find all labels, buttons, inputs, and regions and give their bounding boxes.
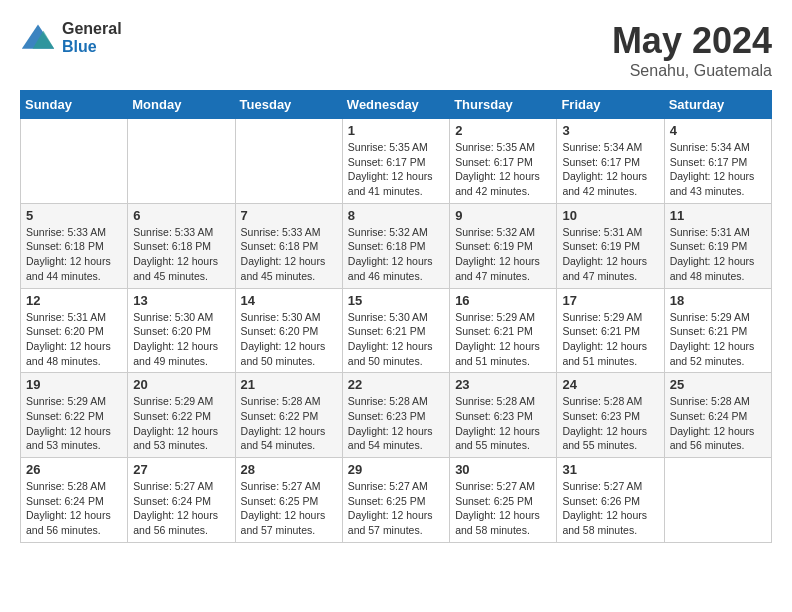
header-thursday: Thursday (450, 91, 557, 119)
header: General Blue May 2024 Senahu, Guatemala (20, 20, 772, 80)
day-number-6: 6 (133, 208, 229, 223)
calendar-cell-w0-d1 (128, 119, 235, 204)
day-number-21: 21 (241, 377, 337, 392)
day-info-1: Sunrise: 5:35 AM Sunset: 6:17 PM Dayligh… (348, 140, 444, 199)
day-number-15: 15 (348, 293, 444, 308)
day-number-25: 25 (670, 377, 766, 392)
day-number-23: 23 (455, 377, 551, 392)
calendar-cell-w1-d4: 9Sunrise: 5:32 AM Sunset: 6:19 PM Daylig… (450, 203, 557, 288)
day-info-17: Sunrise: 5:29 AM Sunset: 6:21 PM Dayligh… (562, 310, 658, 369)
day-info-9: Sunrise: 5:32 AM Sunset: 6:19 PM Dayligh… (455, 225, 551, 284)
day-info-2: Sunrise: 5:35 AM Sunset: 6:17 PM Dayligh… (455, 140, 551, 199)
week-row-0: 1Sunrise: 5:35 AM Sunset: 6:17 PM Daylig… (21, 119, 772, 204)
calendar-cell-w4-d4: 30Sunrise: 5:27 AM Sunset: 6:25 PM Dayli… (450, 458, 557, 543)
day-info-6: Sunrise: 5:33 AM Sunset: 6:18 PM Dayligh… (133, 225, 229, 284)
calendar-cell-w4-d3: 29Sunrise: 5:27 AM Sunset: 6:25 PM Dayli… (342, 458, 449, 543)
day-info-13: Sunrise: 5:30 AM Sunset: 6:20 PM Dayligh… (133, 310, 229, 369)
day-info-20: Sunrise: 5:29 AM Sunset: 6:22 PM Dayligh… (133, 394, 229, 453)
day-number-10: 10 (562, 208, 658, 223)
calendar-cell-w3-d0: 19Sunrise: 5:29 AM Sunset: 6:22 PM Dayli… (21, 373, 128, 458)
calendar-cell-w4-d6 (664, 458, 771, 543)
day-info-25: Sunrise: 5:28 AM Sunset: 6:24 PM Dayligh… (670, 394, 766, 453)
day-info-3: Sunrise: 5:34 AM Sunset: 6:17 PM Dayligh… (562, 140, 658, 199)
logo-general-text: General (62, 20, 122, 38)
calendar-cell-w3-d2: 21Sunrise: 5:28 AM Sunset: 6:22 PM Dayli… (235, 373, 342, 458)
calendar-cell-w2-d4: 16Sunrise: 5:29 AM Sunset: 6:21 PM Dayli… (450, 288, 557, 373)
day-number-14: 14 (241, 293, 337, 308)
day-info-10: Sunrise: 5:31 AM Sunset: 6:19 PM Dayligh… (562, 225, 658, 284)
calendar-cell-w0-d0 (21, 119, 128, 204)
day-info-14: Sunrise: 5:30 AM Sunset: 6:20 PM Dayligh… (241, 310, 337, 369)
calendar-cell-w2-d6: 18Sunrise: 5:29 AM Sunset: 6:21 PM Dayli… (664, 288, 771, 373)
day-info-19: Sunrise: 5:29 AM Sunset: 6:22 PM Dayligh… (26, 394, 122, 453)
day-info-21: Sunrise: 5:28 AM Sunset: 6:22 PM Dayligh… (241, 394, 337, 453)
calendar-cell-w4-d0: 26Sunrise: 5:28 AM Sunset: 6:24 PM Dayli… (21, 458, 128, 543)
day-number-7: 7 (241, 208, 337, 223)
day-number-2: 2 (455, 123, 551, 138)
day-number-30: 30 (455, 462, 551, 477)
header-tuesday: Tuesday (235, 91, 342, 119)
calendar-cell-w3-d6: 25Sunrise: 5:28 AM Sunset: 6:24 PM Dayli… (664, 373, 771, 458)
day-number-4: 4 (670, 123, 766, 138)
calendar-cell-w2-d0: 12Sunrise: 5:31 AM Sunset: 6:20 PM Dayli… (21, 288, 128, 373)
day-number-20: 20 (133, 377, 229, 392)
title-block: May 2024 Senahu, Guatemala (612, 20, 772, 80)
day-number-26: 26 (26, 462, 122, 477)
header-wednesday: Wednesday (342, 91, 449, 119)
calendar-cell-w1-d1: 6Sunrise: 5:33 AM Sunset: 6:18 PM Daylig… (128, 203, 235, 288)
calendar-cell-w1-d0: 5Sunrise: 5:33 AM Sunset: 6:18 PM Daylig… (21, 203, 128, 288)
calendar-cell-w1-d2: 7Sunrise: 5:33 AM Sunset: 6:18 PM Daylig… (235, 203, 342, 288)
calendar-cell-w0-d5: 3Sunrise: 5:34 AM Sunset: 6:17 PM Daylig… (557, 119, 664, 204)
logo: General Blue (20, 20, 122, 56)
calendar-title: May 2024 (612, 20, 772, 62)
header-monday: Monday (128, 91, 235, 119)
day-number-22: 22 (348, 377, 444, 392)
header-sunday: Sunday (21, 91, 128, 119)
day-info-24: Sunrise: 5:28 AM Sunset: 6:23 PM Dayligh… (562, 394, 658, 453)
day-number-24: 24 (562, 377, 658, 392)
logo-icon (20, 20, 56, 56)
day-info-31: Sunrise: 5:27 AM Sunset: 6:26 PM Dayligh… (562, 479, 658, 538)
day-info-16: Sunrise: 5:29 AM Sunset: 6:21 PM Dayligh… (455, 310, 551, 369)
week-row-1: 5Sunrise: 5:33 AM Sunset: 6:18 PM Daylig… (21, 203, 772, 288)
day-number-29: 29 (348, 462, 444, 477)
calendar-cell-w2-d1: 13Sunrise: 5:30 AM Sunset: 6:20 PM Dayli… (128, 288, 235, 373)
calendar-cell-w0-d4: 2Sunrise: 5:35 AM Sunset: 6:17 PM Daylig… (450, 119, 557, 204)
calendar-cell-w3-d1: 20Sunrise: 5:29 AM Sunset: 6:22 PM Dayli… (128, 373, 235, 458)
logo-text: General Blue (62, 20, 122, 55)
day-number-8: 8 (348, 208, 444, 223)
day-number-18: 18 (670, 293, 766, 308)
day-number-3: 3 (562, 123, 658, 138)
day-info-4: Sunrise: 5:34 AM Sunset: 6:17 PM Dayligh… (670, 140, 766, 199)
day-info-28: Sunrise: 5:27 AM Sunset: 6:25 PM Dayligh… (241, 479, 337, 538)
day-number-1: 1 (348, 123, 444, 138)
calendar-cell-w0-d2 (235, 119, 342, 204)
calendar-cell-w4-d1: 27Sunrise: 5:27 AM Sunset: 6:24 PM Dayli… (128, 458, 235, 543)
calendar-cell-w4-d5: 31Sunrise: 5:27 AM Sunset: 6:26 PM Dayli… (557, 458, 664, 543)
day-info-12: Sunrise: 5:31 AM Sunset: 6:20 PM Dayligh… (26, 310, 122, 369)
day-info-8: Sunrise: 5:32 AM Sunset: 6:18 PM Dayligh… (348, 225, 444, 284)
day-info-23: Sunrise: 5:28 AM Sunset: 6:23 PM Dayligh… (455, 394, 551, 453)
day-info-15: Sunrise: 5:30 AM Sunset: 6:21 PM Dayligh… (348, 310, 444, 369)
calendar-table: Sunday Monday Tuesday Wednesday Thursday… (20, 90, 772, 543)
day-info-7: Sunrise: 5:33 AM Sunset: 6:18 PM Dayligh… (241, 225, 337, 284)
week-row-2: 12Sunrise: 5:31 AM Sunset: 6:20 PM Dayli… (21, 288, 772, 373)
calendar-cell-w2-d3: 15Sunrise: 5:30 AM Sunset: 6:21 PM Dayli… (342, 288, 449, 373)
day-info-11: Sunrise: 5:31 AM Sunset: 6:19 PM Dayligh… (670, 225, 766, 284)
day-info-5: Sunrise: 5:33 AM Sunset: 6:18 PM Dayligh… (26, 225, 122, 284)
day-number-17: 17 (562, 293, 658, 308)
calendar-cell-w2-d2: 14Sunrise: 5:30 AM Sunset: 6:20 PM Dayli… (235, 288, 342, 373)
day-info-22: Sunrise: 5:28 AM Sunset: 6:23 PM Dayligh… (348, 394, 444, 453)
day-info-18: Sunrise: 5:29 AM Sunset: 6:21 PM Dayligh… (670, 310, 766, 369)
day-number-5: 5 (26, 208, 122, 223)
day-info-27: Sunrise: 5:27 AM Sunset: 6:24 PM Dayligh… (133, 479, 229, 538)
calendar-location: Senahu, Guatemala (612, 62, 772, 80)
day-number-13: 13 (133, 293, 229, 308)
day-number-16: 16 (455, 293, 551, 308)
header-saturday: Saturday (664, 91, 771, 119)
calendar-cell-w1-d5: 10Sunrise: 5:31 AM Sunset: 6:19 PM Dayli… (557, 203, 664, 288)
calendar-cell-w1-d3: 8Sunrise: 5:32 AM Sunset: 6:18 PM Daylig… (342, 203, 449, 288)
calendar-cell-w0-d6: 4Sunrise: 5:34 AM Sunset: 6:17 PM Daylig… (664, 119, 771, 204)
day-info-29: Sunrise: 5:27 AM Sunset: 6:25 PM Dayligh… (348, 479, 444, 538)
calendar-cell-w0-d3: 1Sunrise: 5:35 AM Sunset: 6:17 PM Daylig… (342, 119, 449, 204)
